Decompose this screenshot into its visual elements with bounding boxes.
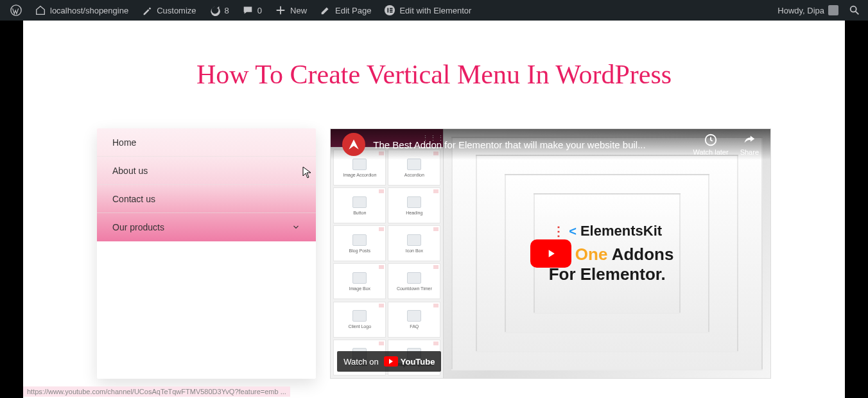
elementor-icon bbox=[384, 4, 395, 16]
wp-logo[interactable] bbox=[5, 0, 27, 21]
menu-item-contact[interactable]: Contact us bbox=[97, 185, 316, 213]
menu-item-about[interactable]: About us bbox=[97, 157, 316, 185]
share-button[interactable]: Share bbox=[740, 133, 759, 156]
cursor-icon bbox=[302, 166, 313, 179]
letterbox-right bbox=[845, 21, 868, 398]
vertical-menu: Home About us Contact us Our products bbox=[97, 128, 316, 379]
svg-rect-5 bbox=[390, 12, 393, 13]
customize-link[interactable]: Customize bbox=[136, 0, 201, 21]
site-name-label: localhost/shopengine bbox=[50, 6, 128, 15]
edit-elementor-link[interactable]: Edit with Elementor bbox=[379, 0, 476, 21]
widget-faq[interactable]: FAQ bbox=[388, 302, 440, 338]
updates-count: 8 bbox=[225, 6, 229, 15]
widget-countdown[interactable]: Countdown Timer bbox=[388, 263, 440, 299]
comment-icon bbox=[242, 4, 254, 16]
edit-page-label: Edit Page bbox=[335, 6, 371, 15]
site-name[interactable]: localhost/shopengine bbox=[30, 0, 134, 21]
play-icon bbox=[544, 247, 557, 260]
new-link[interactable]: New bbox=[270, 0, 312, 21]
edit-elementor-label: Edit with Elementor bbox=[399, 6, 471, 15]
watch-later-label: Watch later bbox=[693, 148, 728, 156]
video-top-bar: The Best Addon for Elementor that will m… bbox=[331, 129, 770, 160]
youtube-embed: The Best Addon for Elementor that will m… bbox=[330, 128, 771, 379]
svg-rect-4 bbox=[390, 10, 393, 11]
brush-icon bbox=[141, 4, 153, 16]
svg-rect-2 bbox=[388, 8, 389, 12]
howdy-user[interactable]: Howdy, Dipa bbox=[772, 0, 844, 21]
widget-blog-posts[interactable]: Blog Posts bbox=[333, 225, 386, 261]
video-thumbnail: ⋮< ElementsKit A One Addons For Elemento… bbox=[444, 129, 770, 378]
avatar bbox=[828, 5, 838, 15]
menu-item-label: About us bbox=[112, 166, 148, 176]
wp-admin-bar: localhost/shopengine Customize 8 0 New bbox=[0, 0, 868, 21]
new-label: New bbox=[290, 6, 307, 15]
chevron-down-icon bbox=[291, 223, 300, 232]
play-button[interactable] bbox=[530, 239, 571, 268]
share-icon bbox=[742, 133, 756, 147]
svg-point-6 bbox=[851, 6, 856, 12]
clock-icon bbox=[704, 133, 718, 147]
menu-item-label: Home bbox=[112, 137, 136, 148]
svg-rect-3 bbox=[390, 8, 393, 9]
widget-button[interactable]: Button bbox=[333, 187, 386, 223]
home-icon bbox=[35, 4, 46, 16]
howdy-label: Howdy, Dipa bbox=[777, 6, 824, 15]
pencil-icon bbox=[320, 4, 331, 16]
wordpress-icon bbox=[10, 4, 22, 16]
menu-item-home[interactable]: Home bbox=[97, 128, 316, 157]
elementor-panel: ⋮⋮⋮ Image Accordion Accordion Button Hea… bbox=[331, 129, 444, 378]
svg-point-0 bbox=[11, 5, 21, 15]
widget-client-logo[interactable]: Client Logo bbox=[333, 302, 386, 338]
share-label: Share bbox=[740, 148, 759, 156]
widget-icon-box[interactable]: Icon Box bbox=[388, 225, 440, 261]
page-title: How To Create Vertical Menu In WordPress bbox=[23, 59, 845, 90]
page-content: How To Create Vertical Menu In WordPress… bbox=[23, 21, 845, 398]
menu-item-products[interactable]: Our products bbox=[97, 213, 316, 241]
status-bar-link: https://www.youtube.com/channel/UCosAqTe… bbox=[23, 386, 290, 397]
menu-item-label: Contact us bbox=[112, 194, 155, 204]
customize-label: Customize bbox=[157, 6, 196, 15]
comments-count: 0 bbox=[257, 6, 262, 15]
widget-heading[interactable]: Heading bbox=[388, 187, 440, 223]
widget-image-box[interactable]: Image Box bbox=[333, 263, 386, 299]
edit-page-link[interactable]: Edit Page bbox=[315, 0, 376, 21]
search-toggle[interactable] bbox=[846, 0, 863, 21]
watch-on-youtube[interactable]: Watch on YouTube bbox=[337, 351, 441, 372]
refresh-icon bbox=[209, 4, 221, 16]
comments-link[interactable]: 0 bbox=[237, 0, 267, 21]
watch-later-button[interactable]: Watch later bbox=[693, 133, 728, 156]
updates-link[interactable]: 8 bbox=[204, 0, 234, 21]
channel-avatar[interactable] bbox=[342, 133, 365, 156]
menu-item-label: Our products bbox=[112, 222, 164, 232]
elementor-widgets-grid: Image Accordion Accordion Button Heading… bbox=[331, 147, 443, 378]
brand-logo: ⋮< ElementsKit bbox=[541, 223, 674, 239]
search-icon bbox=[849, 4, 860, 16]
letterbox-left bbox=[0, 21, 23, 398]
watch-on-label: Watch on bbox=[343, 357, 378, 367]
video-title[interactable]: The Best Addon for Elementor that will m… bbox=[373, 139, 645, 150]
plus-icon bbox=[275, 4, 286, 16]
youtube-logo: YouTube bbox=[384, 356, 435, 367]
